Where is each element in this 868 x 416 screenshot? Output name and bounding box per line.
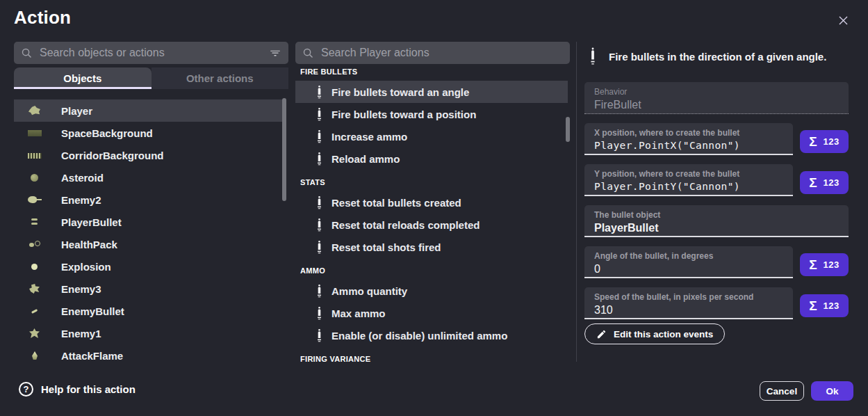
parameter-row: Angle of the bullet, in degrees0Σ123 [584,246,849,278]
parameter-label: Speed of the bullet, in pixels per secon… [594,292,783,302]
parameter-row: Speed of the bullet, in pixels per secon… [584,287,849,319]
cancel-button[interactable]: Cancel [760,381,804,401]
parameter-field[interactable]: Angle of the bullet, in degrees0 [584,246,793,278]
list-item-action[interactable]: Reset total shots fired [295,236,568,258]
action-group-header: FIRING VARIANCE [295,346,568,365]
parameter-field[interactable]: Y position, where to create the bulletPl… [584,164,793,196]
actions-search[interactable] [295,42,570,64]
enemy3-sprite-icon [28,282,42,296]
parameter-value: Player.PointY("Cannon") [594,181,783,192]
parameter-field[interactable]: Speed of the bullet, in pixels per secon… [584,287,793,319]
list-item-object[interactable]: EnemyBullet [14,300,284,322]
parameter-value: 0 [594,263,783,275]
ok-button[interactable]: Ok [811,381,853,401]
parameter-field[interactable]: The bullet objectPlayerBullet [584,205,849,237]
action-group-header: STATS [295,170,568,191]
list-item-action[interactable]: Fire bullets toward an angle [295,81,568,103]
list-item-action[interactable]: Max ammo [295,302,568,324]
scrollbar-thumb[interactable] [282,98,286,201]
bullet-icon [316,241,322,254]
list-item-object[interactable]: SpaceBackground [14,122,284,144]
bullet-icon [316,108,322,121]
action-name: Reset total reloads completed [331,219,480,231]
object-name: SpaceBackground [61,127,153,139]
space-background-sprite-icon [28,126,42,140]
action-name: Fire bullets toward an angle [331,86,469,98]
enemy2-sprite-icon [28,193,42,207]
list-item-action[interactable]: Reset total reloads completed [295,214,568,236]
enemy-bullet-sprite-icon [28,304,42,318]
parameter-fields: BehaviorFireBulletX position, where to c… [584,82,849,328]
explosion-sprite-icon [28,259,42,273]
objects-search-input[interactable] [40,47,269,59]
list-item-object[interactable]: Asteroid [14,166,284,189]
bullet-icon [316,329,322,342]
actions-search-input[interactable] [321,47,563,59]
scrollbar-thumb[interactable] [566,117,570,142]
edit-action-events-button[interactable]: Edit this action events [584,323,725,344]
parameter-value: 310 [594,304,783,317]
list-item-action[interactable]: Reset total bullets created [295,191,568,214]
action-dialog: Action Objects Other actions PlayerSpace… [0,0,868,416]
list-item-object[interactable]: Enemy2 [14,189,284,211]
list-item-object[interactable]: AttackFlame [14,344,284,367]
tab-other-actions[interactable]: Other actions [152,67,289,89]
list-item-object[interactable]: PlayerBullet [14,211,284,233]
numbers-icon: 123 [824,259,840,270]
numbers-icon: 123 [824,136,840,147]
object-tabs: Objects Other actions [14,67,288,89]
bullet-icon [316,130,322,143]
list-item-action[interactable]: Increase ammo [295,125,568,147]
list-item-object[interactable]: HealthPack [14,233,284,255]
objects-search[interactable] [14,42,288,64]
bullet-icon [316,196,322,209]
parameter-field[interactable]: X position, where to create the bulletPl… [584,123,793,155]
page-title: Action [14,7,71,29]
sigma-icon: Σ [809,135,817,148]
tab-label: Other actions [186,72,254,84]
list-item-action[interactable]: Ammo quantity [295,280,568,302]
numbers-icon: 123 [824,301,840,311]
action-name: Ammo quantity [331,285,407,297]
help-link[interactable]: ? Help for this action [19,382,136,397]
bullet-icon [316,152,322,166]
list-item-action[interactable]: Enable (or disable) unlimited ammo [295,324,568,346]
actions-list: FIRE BULLETSFire bullets toward an angle… [295,64,568,365]
expression-editor-button[interactable]: Σ123 [800,130,849,153]
filter-icon[interactable] [269,47,281,59]
close-icon[interactable] [835,12,851,29]
object-name: AttackFlame [61,350,123,362]
corridor-background-sprite-icon [28,148,42,162]
parameter-row: Y position, where to create the bulletPl… [584,164,849,196]
expression-editor-button[interactable]: Σ123 [800,253,849,276]
list-item-object[interactable]: Explosion [14,255,284,278]
action-group-header: AMMO [295,258,568,280]
tab-objects[interactable]: Objects [14,67,152,89]
parameter-value: PlayerBullet [594,222,839,234]
list-item-object[interactable]: CorridorBackground [14,144,284,166]
action-name: Reset total bullets created [331,197,461,209]
bullet-icon [316,86,322,99]
tab-label: Objects [63,72,101,84]
action-name: Increase ammo [331,131,407,143]
expression-editor-button[interactable]: Σ123 [800,171,849,194]
sigma-icon: Σ [809,176,817,189]
list-item-object[interactable]: Player [14,99,284,122]
search-icon [21,47,33,59]
action-name: Fire bullets toward a position [331,109,476,120]
bullet-icon [316,218,322,232]
parameter-label: Behavior [594,87,839,97]
object-name: PlayerBullet [61,216,122,228]
action-group-header: FIRE BULLETS [295,64,568,81]
sigma-icon: Σ [809,299,817,312]
sigma-icon: Σ [809,258,817,271]
parameter-row: X position, where to create the bulletPl… [584,123,849,155]
object-name: EnemyBullet [61,305,124,317]
list-item-object[interactable]: Enemy3 [14,278,284,300]
bullet-icon [316,307,322,320]
bullet-icon [316,285,322,298]
list-item-object[interactable]: Enemy1 [14,322,284,344]
list-item-action[interactable]: Reload ammo [295,147,568,170]
expression-editor-button[interactable]: Σ123 [800,294,849,317]
list-item-action[interactable]: Fire bullets toward a position [295,103,568,125]
